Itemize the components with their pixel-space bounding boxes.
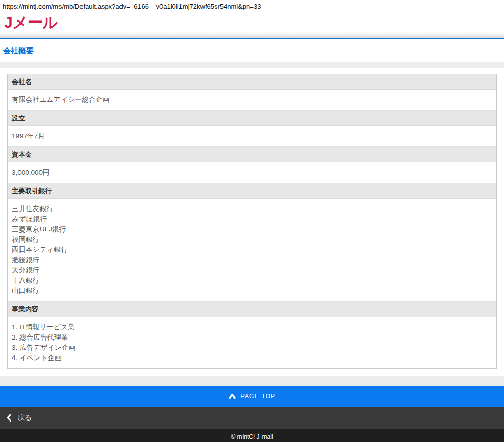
page-url-text: https://mintj.com/ms/mb/Default.aspx?adv… <box>0 0 504 11</box>
table-row-label: 会社名 <box>8 74 496 90</box>
chevron-left-icon <box>7 414 11 422</box>
table-row-value: 1. IT情報サービス業 2. 総合広告代理業 3. 広告デザイン企画 4. イ… <box>8 317 496 368</box>
table-row: 主要取引銀行 三井住友銀行 みずほ銀行 三菱東京UFJ銀行 福岡銀行 西日本シテ… <box>8 183 496 302</box>
title-row: 会社概要 <box>0 39 504 62</box>
back-button[interactable]: 戻る <box>0 407 504 429</box>
page-title: 会社概要 <box>3 46 34 55</box>
title-divider-band <box>0 62 504 68</box>
header-gradient-band <box>0 33 504 38</box>
table-row: 事業内容 1. IT情報サービス業 2. 総合広告代理業 3. 広告デザイン企画… <box>8 302 496 368</box>
page-top-button[interactable]: PAGE TOP <box>0 386 504 407</box>
bottom-divider-band <box>0 376 504 386</box>
table-row: 資本金 3,000,000円 <box>8 147 496 183</box>
table-row-value: 3,000,000円 <box>8 162 496 183</box>
table-row-label: 資本金 <box>8 147 496 162</box>
copyright-text: © mintC! J-mail <box>231 433 273 440</box>
table-row: 設立 1997年7月 <box>8 111 496 147</box>
footer: © mintC! J-mail <box>0 429 504 442</box>
jmail-logo[interactable]: Jメール <box>4 13 57 32</box>
table-row-label: 主要取引銀行 <box>8 183 496 199</box>
header-logo-row: Jメール <box>0 11 504 33</box>
table-row-label: 事業内容 <box>8 302 496 317</box>
company-overview-table: 会社名 有限会社エムアイシー総合企画 設立 1997年7月 資本金 3,000,… <box>7 74 497 369</box>
table-row: 会社名 有限会社エムアイシー総合企画 <box>8 74 496 111</box>
table-row-value: 三井住友銀行 みずほ銀行 三菱東京UFJ銀行 福岡銀行 西日本シティ銀行 肥後銀… <box>8 199 496 302</box>
table-row-label: 設立 <box>8 111 496 126</box>
table-row-value: 1997年7月 <box>8 126 496 147</box>
back-label: 戻る <box>17 413 32 423</box>
chevron-up-icon <box>229 394 236 399</box>
page-top-label: PAGE TOP <box>240 393 275 400</box>
table-row-value: 有限会社エムアイシー総合企画 <box>8 90 496 111</box>
